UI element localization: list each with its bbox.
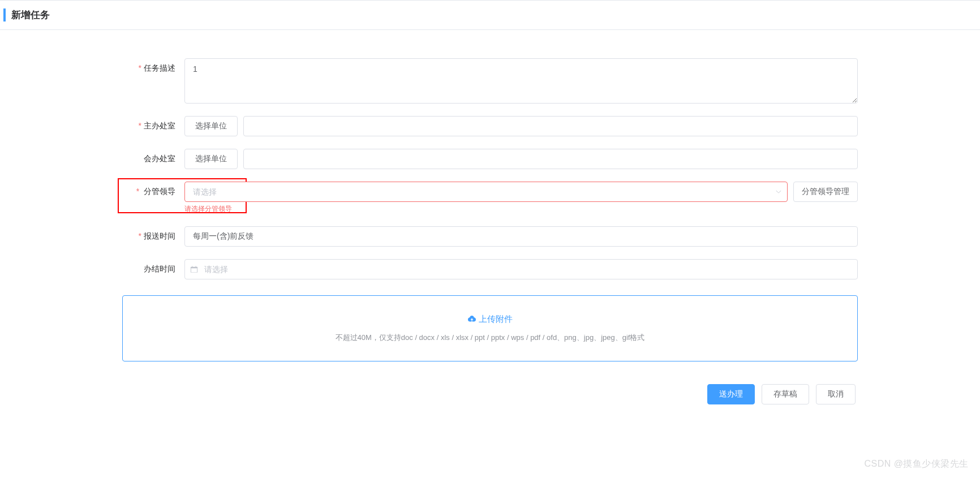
label-task-desc: 任务描述 — [122, 58, 184, 74]
form-container: 任务描述 主办处室 选择单位 会办处室 选择单位 分管领导 — [122, 30, 858, 416]
cancel-button[interactable]: 取消 — [816, 384, 856, 404]
upload-hint: 不超过40M，仅支持doc / docx / xls / xlsx / ppt … — [128, 333, 852, 343]
label-leader-text: 分管领导 — [144, 187, 175, 196]
row-leader: 分管领导 请选择分管领导 分管领导管理 — [122, 182, 858, 214]
page-title: 新增任务 — [3, 8, 975, 21]
leader-select-input[interactable] — [184, 182, 788, 202]
label-report-time: 报送时间 — [122, 226, 184, 242]
upload-title-text: 上传附件 — [479, 314, 513, 325]
select-co-unit-button[interactable]: 选择单位 — [184, 149, 238, 169]
save-draft-button[interactable]: 存草稿 — [762, 384, 809, 404]
label-co-unit: 会办处室 — [122, 149, 184, 164]
report-time-input[interactable] — [184, 226, 858, 247]
submit-button[interactable]: 送办理 — [707, 384, 755, 404]
row-co-unit: 会办处室 选择单位 — [122, 149, 858, 169]
finish-time-picker[interactable] — [184, 259, 858, 279]
label-finish-time: 办结时间 — [122, 259, 184, 274]
leader-manage-button[interactable]: 分管领导管理 — [793, 182, 858, 202]
leader-select[interactable] — [184, 182, 788, 202]
host-unit-input[interactable] — [243, 116, 858, 136]
leader-error-msg: 请选择分管领导 — [184, 204, 788, 214]
row-report-time: 报送时间 — [122, 226, 858, 247]
co-unit-input[interactable] — [243, 149, 858, 169]
upload-title: 上传附件 — [467, 314, 513, 325]
select-host-unit-button[interactable]: 选择单位 — [184, 116, 238, 136]
label-leader: 分管领导 — [122, 182, 184, 197]
row-host-unit: 主办处室 选择单位 — [122, 116, 858, 136]
finish-time-input[interactable] — [184, 259, 858, 279]
label-host-unit: 主办处室 — [122, 116, 184, 131]
footer-actions: 送办理 存草稿 取消 — [122, 384, 858, 404]
task-desc-textarea[interactable] — [184, 58, 858, 104]
upload-area[interactable]: 上传附件 不超过40M，仅支持doc / docx / xls / xlsx /… — [122, 295, 858, 361]
row-finish-time: 办结时间 — [122, 259, 858, 279]
page-header: 新增任务 — [0, 0, 980, 30]
upload-icon — [467, 314, 476, 325]
row-task-desc: 任务描述 — [122, 58, 858, 104]
